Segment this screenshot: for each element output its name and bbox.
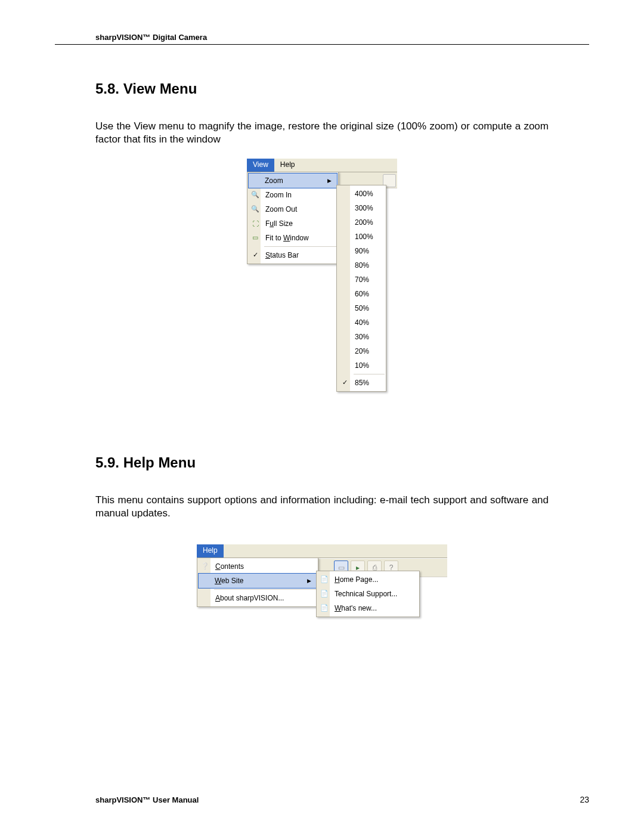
zoom-option[interactable]: 60% [338, 287, 385, 301]
menu-item-whats-new[interactable]: 📄 What's new... [318, 601, 418, 615]
zoom-label: 10% [355, 361, 369, 370]
menu-item-home-page[interactable]: 📄 Home Page... [318, 572, 418, 587]
check-icon: ✓ [340, 378, 349, 388]
zoom-out-icon: 🔍 [250, 205, 260, 214]
full-size-icon: ⛶ [250, 219, 260, 228]
zoom-label: 50% [355, 304, 369, 312]
menu-label: What's new... [335, 604, 377, 612]
zoom-option-current[interactable]: ✓ 85% [338, 376, 385, 390]
zoom-label: 300% [355, 204, 373, 212]
footer-title: sharpVISION™ User Manual [55, 795, 199, 804]
menu-separator [214, 589, 317, 590]
zoom-option[interactable]: 200% [338, 215, 385, 230]
zoom-option[interactable]: 40% [338, 315, 385, 330]
zoom-label: 30% [355, 333, 369, 341]
menu-label: Contents [215, 562, 244, 571]
zoom-label: 80% [355, 261, 369, 270]
menu-item-zoom-out[interactable]: 🔍 Zoom Out [249, 202, 337, 216]
menu-item-tech-support[interactable]: 📄 Technical Support... [318, 587, 418, 601]
zoom-submenu: 400% 300% 200% 100% 90% 80% 70% 60% 50% … [336, 185, 386, 392]
menu-label: About sharpVISION... [215, 594, 284, 602]
menu-label: Zoom [265, 176, 283, 185]
menubar: View Help [247, 159, 397, 172]
zoom-option[interactable]: 90% [338, 244, 385, 258]
help-menu-screenshot: Help ▭ ▸ ⎙ ? ❔ Contents Web Site ▶ [197, 544, 447, 634]
header-title: sharpVISION™ Digital Camera [55, 33, 589, 42]
menu-label: Zoom In [265, 191, 292, 199]
menu-label: Web Site [215, 577, 243, 585]
menu-label: Fit to Window [265, 234, 309, 242]
zoom-option[interactable]: 400% [338, 187, 385, 201]
section-text-help: This menu contains support options and i… [95, 494, 549, 521]
zoom-label: 200% [355, 218, 373, 227]
menubar: Help [197, 544, 447, 558]
view-menu-screenshot: View Help Zoom ▶ 🔍 Zoom In 🔍 [247, 159, 397, 413]
menu-separator [354, 374, 385, 374]
fit-window-icon: ▭ [250, 233, 260, 243]
submenu-arrow-icon: ▶ [307, 578, 311, 584]
web-site-submenu: 📄 Home Page... 📄 Technical Support... 📄 … [316, 571, 420, 617]
zoom-option[interactable]: 100% [338, 230, 385, 244]
view-dropdown: Zoom ▶ 🔍 Zoom In 🔍 Zoom Out ⛶ Full Size … [247, 172, 339, 264]
zoom-label: 85% [355, 379, 369, 387]
section-text-view: Use the View menu to magnify the image, … [95, 120, 549, 147]
zoom-label: 40% [355, 318, 369, 327]
menu-item-contents[interactable]: ❔ Contents [199, 559, 317, 574]
menu-label: Technical Support... [335, 590, 397, 598]
zoom-label: 60% [355, 290, 369, 298]
zoom-label: 400% [355, 190, 373, 198]
menu-label: Status Bar [265, 251, 299, 259]
page-number: 23 [580, 795, 589, 804]
menu-label: Zoom Out [265, 205, 297, 213]
zoom-label: 90% [355, 247, 369, 255]
section-heading-view: 5.8. View Menu [95, 80, 589, 97]
zoom-option[interactable]: 300% [338, 201, 385, 215]
check-icon: ✓ [250, 250, 260, 260]
zoom-label: 100% [355, 233, 373, 241]
web-page-icon: 📄 [320, 575, 329, 584]
help-dropdown: ❔ Contents Web Site ▶ About sharpVISION.… [197, 558, 318, 607]
zoom-option[interactable]: 50% [338, 301, 385, 315]
zoom-option[interactable]: 80% [338, 258, 385, 272]
menu-label: Home Page... [335, 575, 378, 584]
menu-item-full-size[interactable]: ⛶ Full Size [249, 216, 337, 231]
submenu-arrow-icon: ▶ [327, 178, 332, 184]
zoom-label: 70% [355, 275, 369, 284]
zoom-option[interactable]: 70% [338, 272, 385, 287]
menu-item-zoom-in[interactable]: 🔍 Zoom In [249, 188, 337, 202]
zoom-in-icon: 🔍 [250, 190, 260, 200]
help-icon: ❔ [200, 562, 210, 571]
menu-item-about[interactable]: About sharpVISION... [199, 591, 317, 605]
zoom-option[interactable]: 10% [338, 358, 385, 373]
menu-item-fit-window[interactable]: ▭ Fit to Window [249, 231, 337, 245]
section-heading-help: 5.9. Help Menu [95, 454, 589, 471]
web-page-icon: 📄 [320, 603, 329, 613]
menu-item-status-bar[interactable]: ✓ Status Bar [249, 248, 337, 262]
zoom-option[interactable]: 30% [338, 330, 385, 344]
zoom-label: 20% [355, 347, 369, 355]
menubar-view[interactable]: View [247, 159, 274, 172]
menu-item-zoom[interactable]: Zoom ▶ [248, 173, 338, 188]
menubar-help[interactable]: Help [274, 159, 301, 172]
menu-label: Full Size [265, 219, 293, 228]
menubar-help[interactable]: Help [197, 544, 224, 558]
page-footer: sharpVISION™ User Manual 23 [55, 795, 589, 804]
menu-separator [264, 246, 337, 247]
zoom-option[interactable]: 20% [338, 344, 385, 358]
page-header: sharpVISION™ Digital Camera [55, 33, 589, 45]
web-page-icon: 📄 [320, 589, 329, 599]
menu-item-web-site[interactable]: Web Site ▶ [198, 573, 317, 589]
